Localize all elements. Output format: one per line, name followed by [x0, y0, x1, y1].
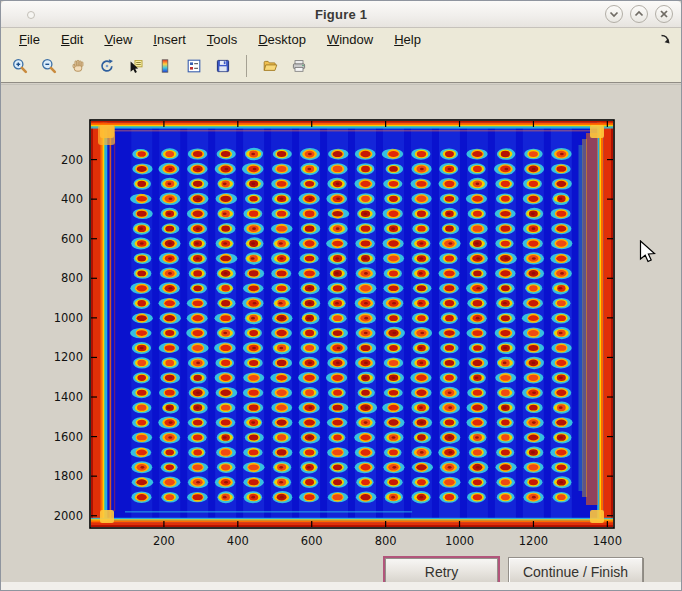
menu-item-help[interactable]: Help [390, 31, 425, 48]
data-cursor-button[interactable] [125, 55, 147, 77]
save-button[interactable] [212, 55, 234, 77]
print-icon [291, 58, 307, 74]
rotate-3d-icon [99, 58, 115, 74]
x-tick-label: 800 [375, 534, 397, 548]
menu-item-window[interactable]: Window [323, 31, 377, 48]
close-button[interactable] [655, 5, 673, 23]
menu-mnemonic: D [258, 32, 267, 47]
y-tick-label: 200 [61, 153, 83, 167]
menu-item-file[interactable]: File [15, 31, 44, 48]
insert-colorbar-icon [157, 58, 173, 74]
window-controls [605, 5, 673, 23]
menu-label: ile [27, 32, 40, 47]
save-icon [215, 58, 231, 74]
y-tick-label: 1400 [54, 390, 83, 404]
menu-item-tools[interactable]: Tools [203, 31, 241, 48]
chevron-down-icon [606, 6, 622, 22]
menu-item-insert[interactable]: Insert [149, 31, 190, 48]
unshade-button[interactable] [630, 5, 648, 23]
shade-button[interactable] [605, 5, 623, 23]
window-bottom-edge [1, 582, 682, 590]
pan-icon [70, 58, 86, 74]
toolbar [1, 50, 681, 83]
menu-label: esktop [268, 32, 306, 47]
y-tick-label: 1000 [54, 311, 83, 325]
zoom-in-button[interactable] [9, 55, 31, 77]
menu-label: elp [404, 32, 421, 47]
x-tick-label: 600 [301, 534, 323, 548]
x-tick-label: 400 [227, 534, 249, 548]
x-tick-label: 1000 [445, 534, 474, 548]
menu-label: dit [70, 32, 84, 47]
window-title: Figure 1 [1, 7, 681, 22]
y-tick-label: 800 [61, 271, 83, 285]
open-button[interactable] [259, 55, 281, 77]
y-tick-label: 2000 [54, 509, 83, 523]
menu-bar: FileEditViewInsertToolsDesktopWindowHelp [1, 28, 681, 50]
dock-figure-icon[interactable] [659, 33, 672, 46]
insert-legend-icon [186, 58, 202, 74]
chevron-up-icon [631, 6, 647, 22]
zoom-out-icon [41, 58, 57, 74]
y-tick-label: 600 [61, 232, 83, 246]
open-icon [262, 58, 278, 74]
insert-colorbar-button[interactable] [154, 55, 176, 77]
insert-legend-button[interactable] [183, 55, 205, 77]
zoom-out-button[interactable] [38, 55, 60, 77]
y-tick-label: 1600 [54, 430, 83, 444]
x-tick-label: 1200 [519, 534, 548, 548]
menu-label: indow [339, 32, 373, 47]
menu-item-desktop[interactable]: Desktop [254, 31, 310, 48]
menu-item-edit[interactable]: Edit [57, 31, 87, 48]
menu-item-view[interactable]: View [100, 31, 136, 48]
menu-mnemonic: W [327, 32, 339, 47]
menu-label: ools [213, 32, 237, 47]
menu-mnemonic: H [394, 32, 403, 47]
zoom-in-icon [12, 58, 28, 74]
close-icon [656, 6, 672, 22]
rotate-3d-button[interactable] [96, 55, 118, 77]
menu-label: iew [113, 32, 133, 47]
heatmap-axes: 2004006008001000120014002004006008001000… [1, 85, 682, 585]
menu-label: nsert [157, 32, 186, 47]
figure-window: Figure 1 FileEditViewInsertToolsDesktopW… [0, 0, 682, 591]
toolbar-separator [246, 55, 247, 77]
data-cursor-icon [128, 58, 144, 74]
menu-mnemonic: V [104, 32, 112, 47]
figure-canvas: 2004006008001000120014002004006008001000… [1, 84, 682, 584]
menu-mnemonic: E [61, 32, 70, 47]
print-button[interactable] [288, 55, 310, 77]
menu-mnemonic: F [19, 32, 27, 47]
y-tick-label: 1800 [54, 469, 83, 483]
y-tick-label: 1200 [54, 350, 83, 364]
x-tick-label: 1400 [593, 534, 622, 548]
title-bar[interactable]: Figure 1 [1, 1, 681, 28]
y-tick-label: 400 [61, 192, 83, 206]
x-tick-label: 200 [153, 534, 175, 548]
pan-button[interactable] [67, 55, 89, 77]
